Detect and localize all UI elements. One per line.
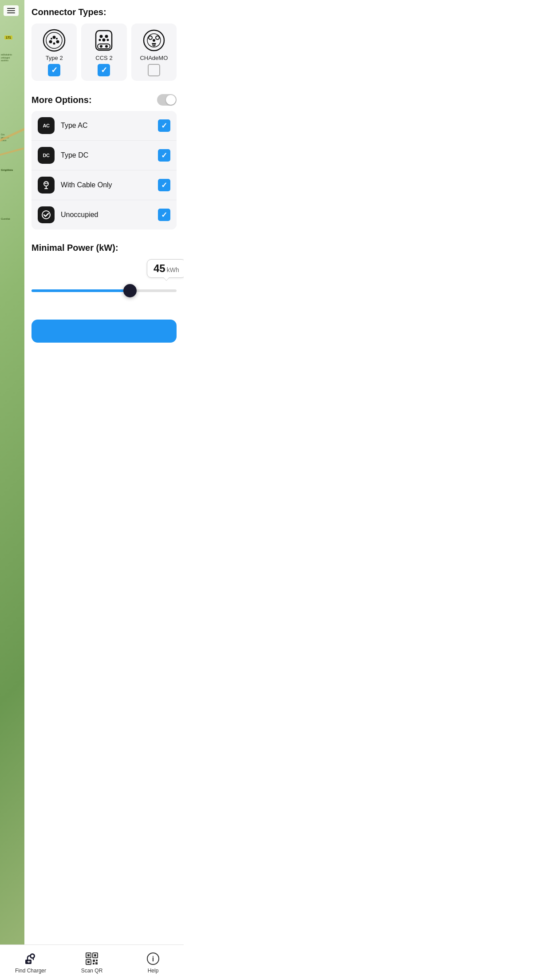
ac-checkbox[interactable] [158,119,170,132]
svg-point-7 [53,43,55,45]
svg-point-2 [53,36,56,39]
svg-point-20 [156,36,159,40]
svg-point-24 [44,182,48,186]
hamburger-menu-button[interactable] [4,5,19,16]
connector-card-ccs2[interactable]: CCS 2 [81,24,126,81]
connector-card-chademo[interactable]: CHAdeMO [131,24,177,81]
type2-icon [43,29,66,52]
chademo-icon [142,29,165,52]
map-road-2 [0,147,24,156]
option-row-type-ac[interactable]: AC Type AC [31,111,177,141]
power-bubble: 45 kWh [147,259,184,278]
ccs2-icon [92,29,115,52]
cable-checkbox[interactable] [158,179,170,191]
power-value: 45 [153,262,165,275]
map-label-4: Gureliai [1,217,10,221]
power-unit: kWh [167,266,179,273]
unoccupied-checkbox[interactable] [158,209,170,221]
chademo-label: CHAdeMO [140,55,168,61]
map-background: 171 edžiakalnioorfologiniaustinis Grogeo… [0,0,24,383]
power-slider-track[interactable] [31,289,177,292]
power-slider-fill [31,289,130,292]
main-panel: Connector Types: Type 2 [24,0,184,383]
svg-point-12 [99,39,101,41]
hamburger-line-3 [7,12,15,13]
dc-checkbox[interactable] [158,149,170,162]
svg-point-27 [45,183,46,184]
unoccupied-label: Unoccupied [61,211,152,219]
type2-label: Type 2 [46,55,63,61]
svg-point-19 [149,36,152,40]
connector-card-type2[interactable]: Type 2 [31,24,77,81]
svg-point-6 [56,38,58,40]
svg-point-0 [43,30,65,51]
svg-point-1 [46,32,62,48]
svg-point-10 [105,35,108,38]
hamburger-line-1 [7,8,15,9]
svg-point-21 [153,39,155,42]
option-row-cable-only[interactable]: With Cable Only [31,170,177,200]
svg-point-9 [100,35,103,38]
dc-badge: DC [38,147,55,164]
svg-point-29 [42,211,50,219]
svg-point-28 [47,183,48,184]
more-options-header: More Options: [31,94,177,106]
power-title: Minimal Power (kW): [31,243,177,253]
hamburger-line-2 [7,10,15,11]
map-badge: 171 [4,36,12,40]
svg-point-3 [49,40,52,43]
map-label-1: edžiakalnioorfologiniaustinis [1,53,12,62]
svg-point-5 [51,38,52,40]
toggle-knob [166,95,176,105]
svg-point-11 [102,39,106,42]
apply-button[interactable] [31,320,177,343]
ac-badge: AC [38,117,55,134]
cable-icon [41,180,51,190]
svg-point-4 [56,40,59,43]
power-section: Minimal Power (kW): 45 kWh [31,243,177,305]
svg-point-16 [105,45,108,48]
option-row-type-dc[interactable]: DC Type DC [31,141,177,170]
type2-checkbox[interactable] [48,64,60,76]
more-options-toggle[interactable] [157,94,177,106]
more-options-title: More Options: [31,95,92,105]
cable-label: With Cable Only [61,181,152,189]
ac-badge-text: AC [43,123,50,128]
apply-button-container [31,314,177,343]
ccs2-label: CCS 2 [95,55,112,61]
connector-types-title: Connector Types: [31,7,177,17]
cable-badge [38,177,55,194]
chademo-checkbox[interactable] [148,64,160,76]
svg-point-23 [153,44,155,46]
options-list: AC Type AC DC Type DC [31,111,177,229]
option-row-unoccupied[interactable]: Unoccupied [31,200,177,229]
svg-rect-14 [98,44,110,49]
ccs2-checkbox[interactable] [98,64,110,76]
power-slider-thumb[interactable] [123,284,137,297]
unoccupied-icon [41,210,51,220]
dc-badge-text: DC [43,153,50,158]
map-label-3: Grigiškės [1,169,13,172]
svg-point-15 [100,45,102,48]
connector-cards: Type 2 CCS 2 [31,24,177,81]
nav-spacer [31,343,177,383]
svg-point-13 [107,39,109,41]
unoccupied-badge [38,206,55,223]
ac-label: Type AC [61,122,152,130]
dc-label: Type DC [61,151,152,159]
